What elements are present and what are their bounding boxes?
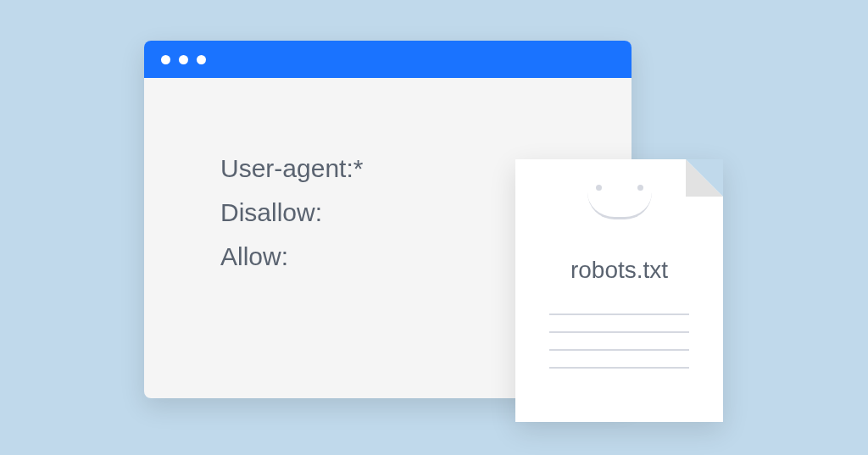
file-name-label: robots.txt <box>515 257 723 284</box>
traffic-light-dot <box>161 55 170 64</box>
browser-titlebar <box>144 41 632 78</box>
face-smile-icon <box>587 192 652 219</box>
smiley-face-icon <box>515 185 723 227</box>
file-text-line <box>549 367 689 369</box>
file-content-lines <box>549 314 689 369</box>
traffic-light-dot <box>197 55 206 64</box>
file-text-line <box>549 331 689 333</box>
face-eye-icon <box>637 185 643 191</box>
file-text-line <box>549 349 689 351</box>
face-eye-icon <box>596 185 602 191</box>
traffic-light-dot <box>179 55 188 64</box>
file-card: robots.txt <box>515 159 723 422</box>
file-text-line <box>549 314 689 315</box>
